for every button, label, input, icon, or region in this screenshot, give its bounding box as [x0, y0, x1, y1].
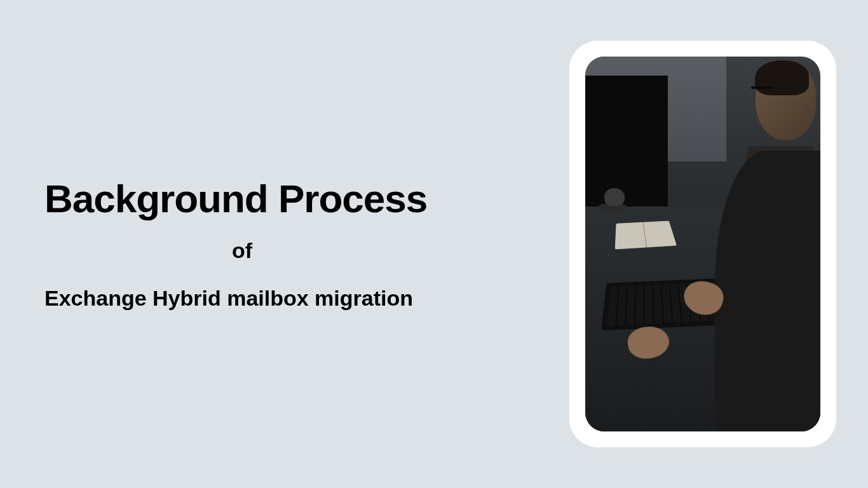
photo-monitor [585, 76, 668, 226]
photo-person-hair [755, 60, 809, 95]
photo-glasses [751, 86, 773, 89]
text-content-area: Background Process of Exchange Hybrid ma… [0, 177, 569, 311]
photo-notebook [615, 220, 677, 249]
photo-person-body [715, 151, 821, 432]
photo-cup [604, 188, 625, 206]
hero-photo [585, 57, 820, 431]
main-heading: Background Process [44, 177, 569, 220]
image-frame [569, 41, 836, 447]
connector-word: of [232, 238, 569, 263]
subject-heading: Exchange Hybrid mailbox migration [44, 286, 569, 311]
